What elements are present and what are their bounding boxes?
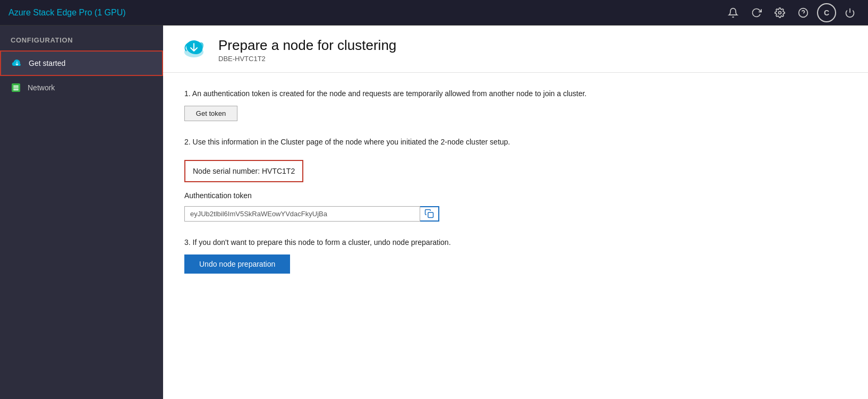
token-row [184, 206, 439, 222]
sidebar-item-network-label: Network [28, 83, 55, 92]
gear-icon[interactable] [770, 3, 789, 22]
step-1-text: 1. An authentication token is created fo… [184, 88, 847, 99]
power-icon[interactable] [840, 3, 860, 22]
topbar: Azure Stack Edge Pro (1 GPU) [0, 0, 868, 26]
network-icon [11, 82, 21, 93]
get-token-button[interactable]: Get token [184, 106, 237, 121]
content-header-text: Prepare a node for clustering DBE-HVTC1T… [218, 37, 396, 63]
bell-icon[interactable] [724, 3, 743, 22]
token-input[interactable] [184, 206, 420, 222]
svg-rect-7 [13, 89, 19, 90]
step-1: 1. An authentication token is created fo… [184, 88, 847, 121]
svg-rect-5 [13, 86, 19, 87]
cloud-icon [12, 58, 22, 69]
svg-point-0 [779, 11, 781, 14]
sidebar-section-label: CONFIGURATION [0, 26, 163, 50]
sidebar-item-get-started[interactable]: Get started [0, 50, 163, 76]
step-2: 2. Use this information in the Cluster p… [184, 136, 847, 221]
content-area: Prepare a node for clustering DBE-HVTC1T… [163, 26, 868, 399]
user-icon[interactable]: C [817, 3, 836, 22]
help-icon[interactable] [794, 3, 813, 22]
content-header: Prepare a node for clustering DBE-HVTC1T… [163, 26, 868, 73]
copy-token-button[interactable] [420, 206, 439, 222]
copy-icon [424, 209, 434, 218]
sidebar-item-get-started-label: Get started [29, 59, 65, 67]
auth-token-label: Authentication token [184, 190, 847, 201]
step-3-text: 3. If you don't want to prepare this nod… [184, 236, 847, 248]
app-title: Azure Stack Edge Pro (1 GPU) [8, 8, 126, 18]
serial-number-box: Node serial number: HVTC1T2 [184, 160, 303, 182]
main-layout: CONFIGURATION Get started Netwo [0, 26, 868, 399]
svg-rect-6 [13, 88, 19, 89]
svg-rect-9 [428, 213, 433, 218]
page-subtitle: DBE-HVTC1T2 [218, 55, 396, 63]
undo-node-preparation-button[interactable]: Undo node preparation [184, 254, 290, 274]
refresh-icon[interactable] [747, 3, 766, 22]
sidebar: CONFIGURATION Get started Netwo [0, 26, 163, 399]
step-2-text: 2. Use this information in the Cluster p… [184, 136, 847, 148]
content-body: 1. An authentication token is created fo… [163, 73, 868, 399]
step-3: 3. If you don't want to prepare this nod… [184, 236, 847, 274]
topbar-icons: C [724, 3, 860, 22]
page-title: Prepare a node for clustering [218, 37, 396, 54]
page-icon [180, 36, 208, 64]
sidebar-item-network[interactable]: Network [0, 76, 163, 99]
